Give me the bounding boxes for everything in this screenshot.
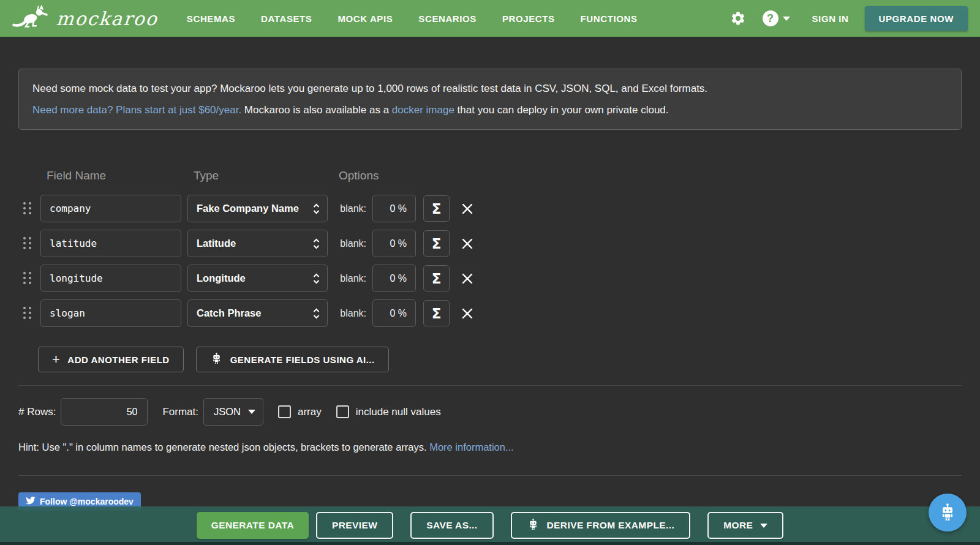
more-label: MORE	[723, 520, 753, 531]
column-headers: Field Name Type Options	[18, 169, 962, 182]
rows-count-input[interactable]	[61, 398, 148, 426]
format-value: JSON	[214, 406, 241, 418]
field-rows: Fake Company Name blank: Σ Latitude blan…	[18, 195, 962, 327]
chevron-down-icon	[760, 524, 767, 528]
drag-handle-icon[interactable]	[23, 202, 32, 215]
field-type-value: Fake Company Name	[197, 203, 299, 214]
format-label: Format:	[162, 406, 198, 418]
array-label: array	[298, 406, 322, 418]
format-select[interactable]: JSON	[203, 398, 263, 426]
blank-label: blank:	[333, 238, 366, 249]
intro-banner: Need some mock data to test your app? Mo…	[18, 69, 962, 130]
field-type-value: Latitude	[197, 238, 236, 249]
rows-label: # Rows:	[18, 406, 56, 418]
formula-sigma-button[interactable]: Σ	[423, 230, 450, 257]
blank-percent-input[interactable]	[372, 195, 416, 222]
twitter-bird-icon	[26, 497, 36, 506]
bottom-edge-strip	[0, 542, 980, 545]
robot-icon	[210, 352, 223, 367]
add-another-field-button[interactable]: + ADD ANOTHER FIELD	[38, 347, 184, 372]
more-button[interactable]: MORE	[707, 512, 783, 539]
nav-item-schemas[interactable]: SCHEMAS	[174, 7, 248, 30]
nav-item-mock-apis[interactable]: MOCK APIS	[325, 7, 405, 30]
field-row-slogan: Catch Phrase blank: Σ	[18, 299, 962, 327]
header-field-name: Field Name	[47, 169, 106, 182]
settings-gear-icon[interactable]	[725, 5, 752, 32]
array-checkbox[interactable]	[278, 405, 291, 418]
brand-wordmark: mockaroo	[56, 8, 159, 29]
derive-from-example-label: DERIVE FROM EXAMPLE...	[547, 520, 675, 531]
remove-field-icon[interactable]	[458, 235, 477, 253]
chevron-up-down-icon	[313, 307, 320, 320]
field-type-select[interactable]: Catch Phrase	[187, 299, 328, 327]
field-type-select[interactable]: Latitude	[187, 230, 328, 257]
generate-data-button[interactable]: GENERATE DATA	[197, 512, 309, 539]
field-row-company: Fake Company Name blank: Σ	[18, 195, 962, 222]
field-type-select[interactable]: Longitude	[187, 265, 328, 292]
remove-field-icon[interactable]	[458, 269, 477, 288]
blank-label: blank:	[333, 273, 366, 284]
blank-percent-input[interactable]	[372, 230, 416, 257]
field-type-select[interactable]: Fake Company Name	[187, 195, 328, 222]
generate-fields-ai-button[interactable]: GENERATE FIELDS USING AI...	[196, 347, 389, 372]
field-name-input[interactable]	[40, 265, 181, 292]
nav-item-scenarios[interactable]: SCENARIOS	[405, 7, 489, 30]
drag-handle-icon[interactable]	[23, 307, 32, 320]
docker-image-link[interactable]: docker image	[392, 104, 454, 116]
field-type-value: Catch Phrase	[197, 307, 261, 319]
help-menu[interactable]: ?	[756, 10, 796, 26]
derive-from-example-button[interactable]: DERIVE FROM EXAMPLE...	[511, 512, 691, 539]
action-bar: GENERATE DATA PREVIEW SAVE AS... DERIVE …	[0, 506, 980, 545]
drag-handle-icon[interactable]	[23, 272, 32, 285]
blank-label: blank:	[333, 308, 366, 319]
generate-fields-ai-label: GENERATE FIELDS USING AI...	[230, 355, 375, 365]
save-as-button[interactable]: SAVE AS...	[410, 512, 493, 539]
formula-sigma-button[interactable]: Σ	[423, 300, 450, 326]
help-icon: ?	[763, 10, 778, 26]
add-another-field-label: ADD ANOTHER FIELD	[67, 355, 169, 365]
top-nav: mockaroo SCHEMAS DATASETS MOCK APIS SCEN…	[0, 0, 980, 37]
banner-line2: Need more data? Plans start at just $60/…	[32, 104, 948, 116]
ai-chat-fab[interactable]	[929, 494, 967, 532]
banner-line1: Need some mock data to test your app? Mo…	[32, 83, 948, 95]
more-information-link[interactable]: More information...	[429, 442, 514, 453]
formula-sigma-button[interactable]: Σ	[423, 195, 450, 222]
output-controls: # Rows: Format: JSON array include null …	[18, 398, 962, 426]
blank-percent-input[interactable]	[372, 265, 416, 292]
nav-item-datasets[interactable]: DATASETS	[248, 7, 325, 30]
field-name-input[interactable]	[40, 230, 181, 257]
upgrade-now-button[interactable]: UPGRADE NOW	[865, 6, 968, 31]
mockaroo-logo[interactable]: mockaroo	[12, 5, 158, 32]
remove-field-icon[interactable]	[458, 304, 477, 323]
nav-item-functions[interactable]: FUNCTIONS	[568, 7, 650, 30]
main-content: Need some mock data to test your app? Mo…	[0, 69, 980, 476]
banner-line2-mid: Mockaroo is also available as a	[241, 104, 392, 116]
plans-link[interactable]: Need more data? Plans start at just $60/…	[32, 104, 241, 116]
formula-sigma-button[interactable]: Σ	[423, 265, 450, 291]
divider	[18, 475, 962, 476]
hint-text: Hint: Use "." in column names to generat…	[18, 442, 962, 453]
blank-percent-input[interactable]	[372, 299, 416, 327]
nav-item-projects[interactable]: PROJECTS	[489, 7, 568, 30]
field-name-input[interactable]	[40, 195, 181, 222]
include-null-values-checkbox[interactable]	[336, 405, 349, 418]
nav-right-cluster: ? SIGN IN UPGRADE NOW	[725, 5, 968, 32]
twitter-follow-label: Follow @mockaroodev	[40, 497, 134, 506]
remove-field-icon[interactable]	[458, 200, 477, 218]
preview-button[interactable]: PREVIEW	[316, 512, 393, 539]
chevron-down-icon	[248, 410, 255, 414]
sign-in-link[interactable]: SIGN IN	[801, 7, 860, 30]
kangaroo-icon	[12, 5, 50, 32]
chevron-down-icon	[783, 17, 790, 21]
drag-handle-icon[interactable]	[23, 237, 32, 250]
plus-icon: +	[52, 353, 60, 366]
header-options: Options	[339, 169, 379, 182]
field-row-latitude: Latitude blank: Σ	[18, 230, 962, 257]
header-type: Type	[194, 169, 219, 182]
chevron-up-down-icon	[313, 238, 320, 250]
hint-body: Hint: Use "." in column names to generat…	[18, 442, 429, 453]
field-row-longitude: Longitude blank: Σ	[18, 265, 962, 292]
blank-label: blank:	[333, 203, 366, 214]
chevron-up-down-icon	[313, 272, 320, 285]
field-name-input[interactable]	[40, 299, 181, 327]
